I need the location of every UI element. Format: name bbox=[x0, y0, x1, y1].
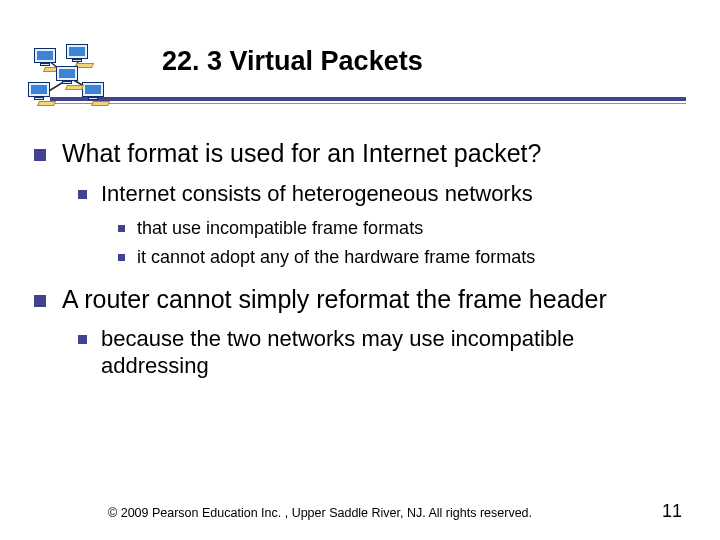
bullet-text: What format is used for an Internet pack… bbox=[62, 138, 541, 169]
bullet-text: that use incompatible frame formats bbox=[137, 217, 423, 239]
bullet-level3: it cannot adopt any of the hardware fram… bbox=[118, 246, 668, 268]
slide-header: 22. 3 Virtual Packets bbox=[0, 0, 720, 104]
title-rule-primary bbox=[50, 97, 686, 101]
bullet-level1: What format is used for an Internet pack… bbox=[34, 138, 668, 268]
bullet-text: A router cannot simply reformat the fram… bbox=[62, 284, 607, 315]
slide-body: What format is used for an Internet pack… bbox=[0, 138, 720, 380]
square-bullet-icon bbox=[34, 149, 46, 161]
square-bullet-icon bbox=[34, 295, 46, 307]
square-bullet-icon bbox=[78, 335, 87, 344]
square-bullet-icon bbox=[78, 190, 87, 199]
page-number: 11 bbox=[662, 501, 682, 522]
bullet-text: it cannot adopt any of the hardware fram… bbox=[137, 246, 535, 268]
slide: 22. 3 Virtual Packets What format is use… bbox=[0, 0, 720, 540]
slide-title: 22. 3 Virtual Packets bbox=[162, 46, 720, 77]
bullet-text: because the two networks may use incompa… bbox=[101, 326, 668, 380]
bullet-level1: A router cannot simply reformat the fram… bbox=[34, 284, 668, 380]
title-rule-secondary bbox=[50, 103, 686, 104]
bullet-level3: that use incompatible frame formats bbox=[118, 217, 668, 239]
square-bullet-icon bbox=[118, 225, 125, 232]
copyright-text: © 2009 Pearson Education Inc. , Upper Sa… bbox=[108, 506, 532, 520]
bullet-level2: because the two networks may use incompa… bbox=[78, 326, 668, 380]
slide-footer: © 2009 Pearson Education Inc. , Upper Sa… bbox=[0, 501, 720, 522]
bullet-text: Internet consists of heterogeneous netwo… bbox=[101, 181, 533, 208]
network-computers-icon bbox=[18, 44, 118, 116]
bullet-level2: Internet consists of heterogeneous netwo… bbox=[78, 181, 668, 268]
square-bullet-icon bbox=[118, 254, 125, 261]
